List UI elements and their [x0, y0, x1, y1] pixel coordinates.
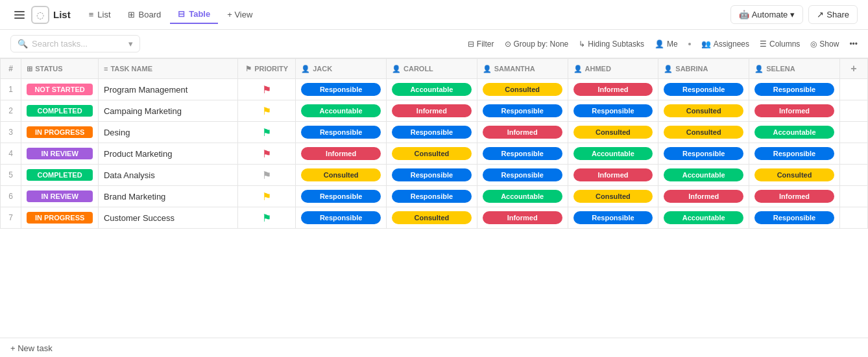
row-samantha[interactable]: Responsible: [477, 100, 568, 122]
row-jack[interactable]: Informed: [296, 143, 387, 165]
row-priority[interactable]: ⚑: [238, 122, 296, 143]
role-badge-selena: Informed: [754, 104, 834, 117]
row-ahmed[interactable]: Responsible: [568, 100, 658, 122]
tab-board[interactable]: ⊞ Board: [120, 6, 169, 23]
row-selena[interactable]: Accountable: [749, 122, 840, 143]
row-priority[interactable]: ⚑: [238, 165, 296, 186]
row-status[interactable]: NOT STARTED: [21, 79, 99, 100]
row-jack[interactable]: Responsible: [296, 186, 387, 207]
row-jack[interactable]: Responsible: [296, 79, 387, 100]
group-by-button[interactable]: ⊙ Group by: None: [505, 40, 569, 49]
row-status[interactable]: IN REVIEW: [21, 186, 99, 207]
row-jack[interactable]: Responsible: [296, 207, 387, 229]
status-badge: NOT STARTED: [27, 84, 93, 95]
row-jack[interactable]: Responsible: [296, 122, 387, 143]
row-task[interactable]: Campaing Marketing: [98, 100, 237, 122]
row-status[interactable]: COMPLETED: [21, 100, 99, 122]
row-selena[interactable]: Responsible: [749, 143, 840, 165]
row-samantha[interactable]: Informed: [477, 122, 568, 143]
add-task-label[interactable]: + New task: [10, 343, 53, 353]
row-sabrina[interactable]: Accountable: [658, 207, 749, 229]
add-column-button[interactable]: +: [839, 59, 867, 79]
hamburger-button[interactable]: [10, 7, 29, 23]
row-sabrina[interactable]: Informed: [658, 186, 749, 207]
row-caroll[interactable]: Responsible: [387, 186, 477, 207]
assignees-button[interactable]: 👥 Assignees: [701, 40, 749, 49]
row-status[interactable]: IN PROGRESS: [21, 122, 99, 143]
row-sabrina[interactable]: Consulted: [658, 100, 749, 122]
col-header-ahmed[interactable]: 👤AHMED: [568, 59, 658, 79]
col-header-status[interactable]: ⊞STATUS: [21, 59, 99, 79]
row-jack[interactable]: Consulted: [296, 165, 387, 186]
row-selena[interactable]: Informed: [749, 100, 840, 122]
row-status[interactable]: IN PROGRESS: [21, 207, 99, 229]
row-samantha[interactable]: Responsible: [477, 143, 568, 165]
search-input[interactable]: Search tasks...: [32, 39, 88, 49]
columns-button[interactable]: ☰ Columns: [760, 40, 800, 49]
row-status[interactable]: COMPLETED: [21, 165, 99, 186]
row-ahmed[interactable]: Responsible: [568, 207, 658, 229]
row-sabrina[interactable]: Responsible: [658, 79, 749, 100]
col-header-samantha[interactable]: 👤SAMANTHA: [477, 59, 568, 79]
col-header-sabrina[interactable]: 👤SABRINA: [658, 59, 749, 79]
row-priority[interactable]: ⚑: [238, 100, 296, 122]
tab-table[interactable]: ⊟ Table: [170, 5, 218, 24]
caroll-col-icon: 👤: [392, 65, 401, 73]
share-button[interactable]: ↗ Share: [808, 5, 858, 24]
row-samantha[interactable]: Responsible: [477, 165, 568, 186]
show-button[interactable]: ◎ Show: [810, 40, 839, 49]
row-task[interactable]: Brand Marketing: [98, 186, 237, 207]
col-header-priority[interactable]: ⚑PRIORITY: [238, 59, 296, 79]
col-header-caroll[interactable]: 👤CAROLL: [387, 59, 477, 79]
row-status[interactable]: IN REVIEW: [21, 143, 99, 165]
row-priority[interactable]: ⚑: [238, 79, 296, 100]
row-sabrina[interactable]: Accountable: [658, 165, 749, 186]
row-task[interactable]: Program Management: [98, 79, 237, 100]
tab-list[interactable]: ≡ List: [81, 6, 119, 23]
row-ahmed[interactable]: Informed: [568, 79, 658, 100]
hiding-subtasks-button[interactable]: ↳ Hiding Subtasks: [579, 40, 644, 49]
row-selena[interactable]: Responsible: [749, 79, 840, 100]
status-badge: IN PROGRESS: [27, 126, 93, 138]
row-priority[interactable]: ⚑: [238, 143, 296, 165]
status-badge: IN REVIEW: [27, 190, 93, 202]
row-jack[interactable]: Accountable: [296, 100, 387, 122]
row-task[interactable]: Customer Success: [98, 207, 237, 229]
row-sabrina[interactable]: Consulted: [658, 122, 749, 143]
row-caroll[interactable]: Accountable: [387, 79, 477, 100]
me-button[interactable]: 👤 Me: [655, 40, 678, 49]
row-caroll[interactable]: Consulted: [387, 207, 477, 229]
row-caroll[interactable]: Informed: [387, 100, 477, 122]
add-task-footer[interactable]: + New task: [0, 338, 868, 357]
row-selena[interactable]: Responsible: [749, 207, 840, 229]
row-ahmed[interactable]: Consulted: [568, 122, 658, 143]
row-selena[interactable]: Informed: [749, 186, 840, 207]
row-caroll[interactable]: Responsible: [387, 122, 477, 143]
more-button[interactable]: •••: [849, 40, 858, 49]
tab-view[interactable]: + View: [219, 6, 260, 23]
automate-button[interactable]: 🤖 Automate ▾: [730, 5, 804, 24]
row-samantha[interactable]: Informed: [477, 207, 568, 229]
row-ahmed[interactable]: Accountable: [568, 143, 658, 165]
priority-flag-icon: ⚑: [262, 106, 271, 117]
row-ahmed[interactable]: Informed: [568, 165, 658, 186]
row-samantha[interactable]: Accountable: [477, 186, 568, 207]
row-priority[interactable]: ⚑: [238, 186, 296, 207]
filter-button[interactable]: ⊟ Filter: [468, 40, 494, 49]
row-ahmed[interactable]: Consulted: [568, 186, 658, 207]
row-task[interactable]: Data Analysis: [98, 165, 237, 186]
row-caroll[interactable]: Consulted: [387, 143, 477, 165]
row-sabrina[interactable]: Responsible: [658, 143, 749, 165]
priority-col-icon: ⚑: [245, 65, 252, 73]
row-priority[interactable]: ⚑: [238, 207, 296, 229]
search-box[interactable]: 🔍 Search tasks... ▾: [10, 35, 140, 52]
row-task[interactable]: Product Marketing: [98, 143, 237, 165]
priority-flag-icon: ⚑: [262, 170, 271, 181]
row-samantha[interactable]: Consulted: [477, 79, 568, 100]
row-caroll[interactable]: Responsible: [387, 165, 477, 186]
row-task[interactable]: Desing: [98, 122, 237, 143]
col-header-task[interactable]: ≡TASK NAME: [98, 59, 237, 79]
col-header-selena[interactable]: 👤SELENA: [749, 59, 840, 79]
row-selena[interactable]: Consulted: [749, 165, 840, 186]
col-header-jack[interactable]: 👤JACK: [296, 59, 387, 79]
